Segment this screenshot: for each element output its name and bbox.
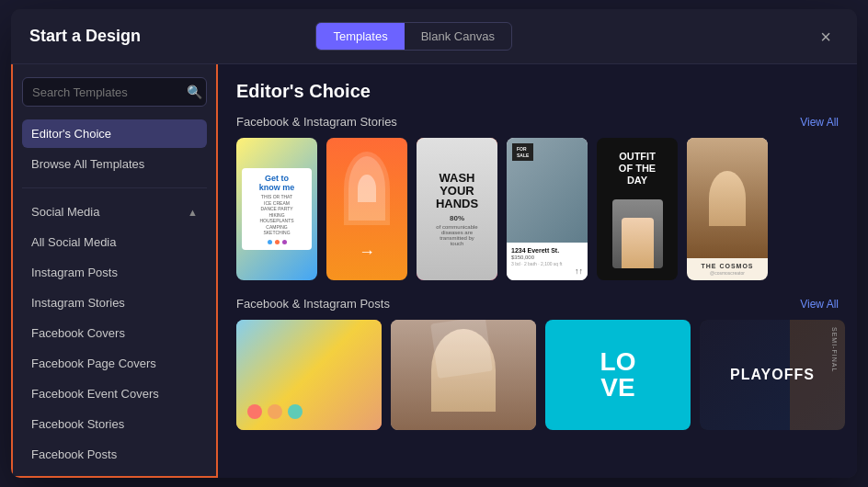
- sidebar-item-instagram-posts[interactable]: Instagram Posts: [22, 258, 207, 287]
- circle-red: [247, 404, 262, 419]
- main-content: Editor's Choice Facebook & Instagram Sto…: [218, 64, 857, 478]
- fb-ig-stories-view-all[interactable]: View All: [800, 116, 839, 129]
- template-card-story-6[interactable]: THE COSMOS @cosmoscreator: [687, 138, 768, 280]
- modal-header: Start a Design Templates Blank Canvas ×: [11, 9, 857, 64]
- fb-ig-stories-label: Facebook & Instagram Stories: [236, 115, 397, 129]
- stories-template-row: Get toknow me THIS OR THATICE CREAMDANCE…: [236, 138, 839, 280]
- sidebar-item-all-social[interactable]: All Social Media: [22, 228, 207, 256]
- sidebar-section-social-media[interactable]: Social Media ▲: [22, 198, 207, 226]
- template-card-post-1[interactable]: [236, 320, 382, 430]
- sidebar-item-facebook-posts[interactable]: Facebook Posts: [22, 440, 207, 469]
- sidebar: 🔍 Editor's Choice Browse All Templates S…: [11, 64, 218, 478]
- sidebar-item-editors-choice[interactable]: Editor's Choice: [22, 119, 207, 148]
- fb-ig-stories-header: Facebook & Instagram Stories View All: [236, 115, 839, 129]
- modal-body: 🔍 Editor's Choice Browse All Templates S…: [11, 64, 857, 478]
- playoffs-text: PLAYOFFS: [730, 367, 815, 383]
- template-card-post-2[interactable]: [391, 320, 536, 430]
- template-card-story-3[interactable]: WashYourHands 80% of communicabledisease…: [417, 138, 497, 280]
- template-card-story-2[interactable]: →: [326, 138, 407, 280]
- sidebar-item-facebook-covers[interactable]: Facebook Covers: [22, 319, 207, 347]
- love-text: LOVE: [600, 349, 636, 401]
- sidebar-divider: [22, 187, 207, 188]
- template-card-story-4[interactable]: FORSALE 1234 Everett St. $350,000 3 bd ·…: [507, 138, 588, 280]
- modal-title: Start a Design: [29, 27, 301, 46]
- design-modal: Start a Design Templates Blank Canvas × …: [11, 9, 857, 478]
- tab-group: Templates Blank Canvas: [315, 22, 511, 51]
- template-card-post-4[interactable]: SEMI-FINAL PLAYOFFS: [700, 320, 845, 430]
- sidebar-item-twitter-headers[interactable]: Twitter Headers: [22, 470, 207, 478]
- search-box[interactable]: 🔍: [22, 77, 207, 107]
- sidebar-item-facebook-event-covers[interactable]: Facebook Event Covers: [22, 379, 207, 408]
- search-input[interactable]: [32, 85, 187, 99]
- circle-teal: [288, 404, 303, 419]
- tab-blank-canvas[interactable]: Blank Canvas: [405, 23, 511, 50]
- section-title: Editor's Choice: [236, 81, 839, 102]
- fb-ig-posts-label: Facebook & Instagram Posts: [236, 297, 390, 311]
- chevron-up-icon: ▲: [188, 207, 198, 218]
- sidebar-item-browse-all[interactable]: Browse All Templates: [22, 150, 207, 178]
- circle-orange: [268, 404, 282, 419]
- posts-template-row: LOVE SEMI-FINAL PLAYOFFS: [236, 320, 839, 430]
- search-icon: 🔍: [187, 85, 202, 99]
- template-card-story-5[interactable]: Outfitof theDay: [597, 138, 678, 280]
- template-card-post-3[interactable]: LOVE: [545, 320, 691, 430]
- tab-templates[interactable]: Templates: [316, 23, 404, 50]
- close-button[interactable]: ×: [813, 24, 839, 50]
- fb-ig-posts-header: Facebook & Instagram Posts View All: [236, 297, 839, 311]
- sidebar-item-facebook-page-covers[interactable]: Facebook Page Covers: [22, 349, 207, 378]
- sidebar-item-instagram-stories[interactable]: Instagram Stories: [22, 289, 207, 317]
- template-card-story-1[interactable]: Get toknow me THIS OR THATICE CREAMDANCE…: [236, 138, 317, 280]
- fb-ig-posts-view-all[interactable]: View All: [800, 298, 839, 311]
- sidebar-item-facebook-stories[interactable]: Facebook Stories: [22, 410, 207, 438]
